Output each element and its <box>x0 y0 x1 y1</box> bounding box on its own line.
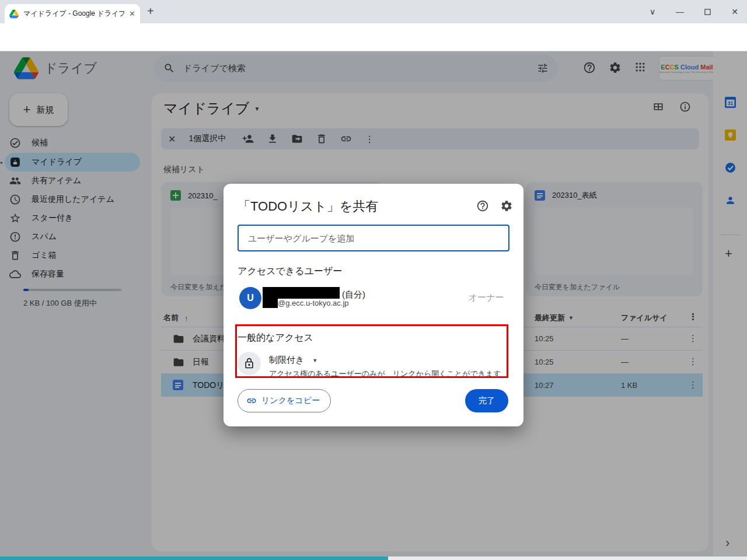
new-tab-button[interactable]: + <box>147 5 154 18</box>
copy-link-label: リンクをコピー <box>261 396 320 406</box>
dialog-title: 「TODOリスト」を共有 <box>238 198 378 215</box>
copy-link-button[interactable]: リンクをコピー <box>238 389 331 412</box>
tab-title: マイドライブ - Google ドライブ <box>23 9 124 19</box>
done-button[interactable]: 完了 <box>465 389 508 412</box>
link-icon <box>246 396 257 406</box>
owner-email: @g.ecc.u-tokyo.ac.jp <box>278 299 349 307</box>
annotation-highlight-box <box>235 324 508 378</box>
bottom-edge-teal <box>0 556 388 560</box>
browser-tab[interactable]: マイドライブ - Google ドライブ ✕ <box>5 4 140 23</box>
drive-favicon <box>9 9 19 19</box>
bottom-edge-strip <box>0 556 747 560</box>
owner-name-redaction <box>263 287 340 299</box>
browser-toolbar: ← → ↻ drive.google.com/drive/my-drive ☆ … <box>0 23 747 51</box>
window-minimize-button[interactable]: — <box>671 4 689 20</box>
dialog-settings-icon[interactable] <box>500 200 513 212</box>
owner-avatar: U <box>239 287 261 309</box>
screen: マイドライブ - Google ドライブ ✕ + ∨ — ✕ ← → ↻ dri… <box>0 0 747 560</box>
window-close-button[interactable]: ✕ <box>726 4 743 20</box>
owner-email-redaction <box>263 299 278 308</box>
share-dialog: 「TODOリスト」を共有 アクセスできるユーザー U (自分) @g.ecc.u… <box>224 184 523 426</box>
add-people-input[interactable] <box>238 225 509 251</box>
owner-role: オーナー <box>469 292 504 303</box>
browser-titlebar: マイドライブ - Google ドライブ ✕ + ∨ — ✕ <box>0 0 747 23</box>
tab-close-icon[interactable]: ✕ <box>129 9 135 18</box>
dialog-help-icon[interactable] <box>476 200 489 212</box>
window-maximize-button[interactable] <box>699 4 716 20</box>
people-with-access-heading: アクセスできるユーザー <box>238 265 342 278</box>
tab-search-chevron-icon[interactable]: ∨ <box>644 4 661 20</box>
